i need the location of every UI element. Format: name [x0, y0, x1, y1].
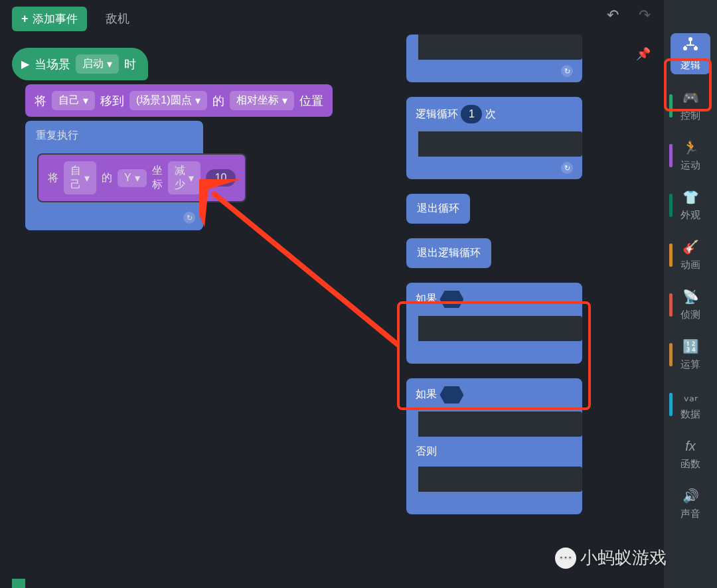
- if-label: 如果: [416, 388, 437, 400]
- hat-pre: 当场景: [35, 56, 70, 72]
- operators-icon: 🔢: [682, 338, 699, 354]
- sound-icon: 🔊: [682, 488, 699, 504]
- workspace[interactable]: ▶ 当场景 启动▾ 时 将 自己▾ 移到 (场景1)圆点▾ 的 相对坐标▾ 位置…: [12, 48, 397, 579]
- redo-icon[interactable]: ↷: [639, 7, 651, 24]
- rail-label: 运动: [680, 159, 700, 172]
- undo-icon[interactable]: ↶: [607, 7, 619, 24]
- animation-icon: 🎸: [682, 239, 699, 255]
- loop-icon: ↻: [561, 65, 573, 77]
- rail-label: 函数: [680, 458, 700, 471]
- category-rail: 逻辑 🎮控制 🏃运动 👕外观 🎸动画 📡侦测 🔢运算 ᵥₐᵣ数据 fx函数 🔊声…: [664, 0, 717, 588]
- repeat-head: 重复执行: [25, 121, 203, 151]
- hat-dropdown[interactable]: 启动▾: [76, 54, 119, 74]
- rail-label: 运算: [680, 358, 700, 371]
- hex-condition-slot[interactable]: [439, 291, 463, 308]
- block-move-to[interactable]: 将 自己▾ 移到 (场景1)圆点▾ 的 相对坐标▾ 位置: [25, 84, 333, 117]
- palette-block-c-partial[interactable]: ↻: [406, 35, 582, 82]
- change-pre: 将: [48, 171, 58, 185]
- change-coord: 坐标: [152, 164, 163, 192]
- rail-motion[interactable]: 🏃运动: [667, 131, 714, 181]
- rail-logic-label: 逻辑: [680, 59, 700, 72]
- hex-condition-slot[interactable]: [439, 386, 463, 404]
- change-of: 的: [102, 171, 112, 185]
- else-label: 否则: [416, 445, 437, 457]
- logic-icon: [682, 37, 699, 55]
- block-repeat[interactable]: 重复执行 将 自己▾ 的 Y▾ 坐标 减少▾ 10 ↻: [25, 121, 203, 230]
- loop-icon: ↻: [561, 162, 573, 174]
- change-axis[interactable]: Y▾: [118, 169, 147, 187]
- rail-label: 动画: [680, 259, 700, 271]
- move-post: 位置: [299, 93, 323, 109]
- rail-looks[interactable]: 👕外观: [667, 181, 714, 230]
- watermark-text: 小蚂蚁游戏: [580, 546, 667, 569]
- loop-icon: ↻: [183, 212, 195, 224]
- function-icon: fx: [685, 439, 696, 454]
- if-label: 如果: [416, 293, 437, 304]
- control-icon: 🎮: [682, 90, 699, 106]
- rail-animation[interactable]: 🎸动画: [667, 230, 714, 280]
- block-palette[interactable]: ↻ 逻辑循环 1 次 ↻ 退出循环 退出逻辑循环 如果 如果 否则: [406, 35, 582, 588]
- watermark: 小蚂蚁游戏: [555, 546, 667, 569]
- move-pre: 将: [35, 93, 46, 109]
- pin-icon[interactable]: 📌: [636, 46, 651, 61]
- add-event-label: 添加事件: [33, 11, 78, 27]
- rail-sound[interactable]: 🔊声音: [667, 479, 714, 529]
- rail-label: 外观: [680, 209, 700, 222]
- sensing-icon: 📡: [682, 289, 699, 305]
- change-op[interactable]: 减少▾: [168, 161, 200, 194]
- looks-icon: 👕: [682, 189, 699, 205]
- hat-post: 时: [124, 56, 136, 72]
- palette-block-if[interactable]: 如果: [406, 283, 582, 364]
- rail-data[interactable]: ᵥₐᵣ数据: [667, 380, 714, 429]
- rail-operators[interactable]: 🔢运算: [667, 330, 714, 380]
- palette-block-exit-loop[interactable]: 退出循环: [406, 194, 470, 224]
- change-target[interactable]: 自己▾: [64, 161, 96, 194]
- rail-function[interactable]: fx函数: [667, 429, 714, 479]
- wechat-icon: [555, 548, 576, 569]
- rail-control[interactable]: 🎮控制: [667, 81, 714, 131]
- sprite-name: 敌机: [106, 11, 129, 27]
- rail-label: 控制: [680, 110, 700, 122]
- block-change-y[interactable]: 将 自己▾ 的 Y▾ 坐标 减少▾ 10: [37, 153, 246, 202]
- rail-label: 声音: [680, 508, 700, 520]
- rail-label: 数据: [680, 408, 700, 421]
- palette-block-if-else[interactable]: 如果 否则: [406, 378, 582, 514]
- logic-loop-post: 次: [485, 108, 496, 119]
- rail-sensing[interactable]: 📡侦测: [667, 280, 714, 330]
- data-icon: ᵥₐᵣ: [684, 388, 698, 404]
- rail-label: 侦测: [680, 309, 700, 321]
- add-event-button[interactable]: + 添加事件: [12, 7, 87, 31]
- move-coord[interactable]: 相对坐标▾: [230, 91, 294, 110]
- move-of: 的: [212, 93, 224, 109]
- logic-loop-value[interactable]: 1: [461, 105, 482, 123]
- hat-tail: [12, 579, 25, 588]
- move-mid: 移到: [100, 93, 124, 109]
- move-target[interactable]: 自己▾: [52, 91, 95, 110]
- move-scene[interactable]: (场景1)圆点▾: [129, 91, 207, 110]
- motion-icon: 🏃: [682, 139, 699, 155]
- hat-block-scene-start[interactable]: ▶ 当场景 启动▾ 时: [12, 48, 148, 80]
- palette-block-logic-loop[interactable]: 逻辑循环 1 次 ↻: [406, 97, 582, 179]
- plus-icon: +: [21, 12, 29, 26]
- logic-loop-pre: 逻辑循环: [416, 108, 458, 119]
- palette-block-exit-logic-loop[interactable]: 退出逻辑循环: [406, 238, 491, 268]
- change-value[interactable]: 10: [206, 169, 236, 186]
- play-icon: ▶: [21, 58, 29, 70]
- rail-logic[interactable]: 逻辑: [671, 33, 710, 74]
